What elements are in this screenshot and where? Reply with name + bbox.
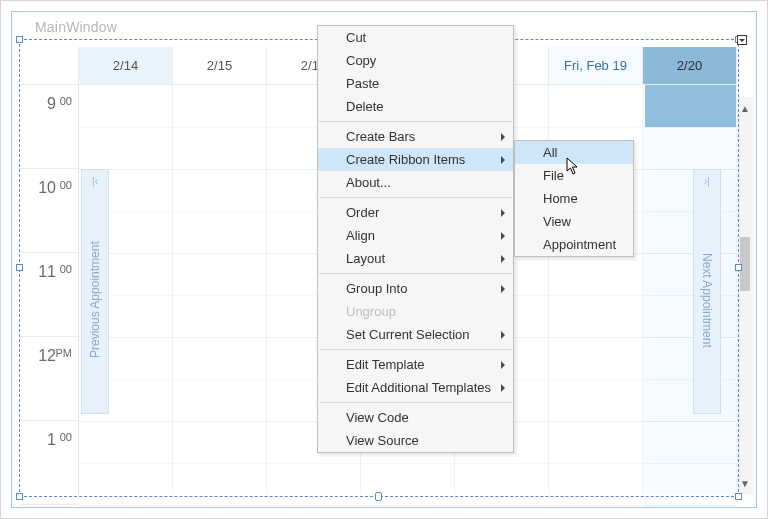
submenu-arrow-icon xyxy=(501,361,505,369)
day-header[interactable]: 2/20 xyxy=(643,47,737,84)
submenu-arrow-icon xyxy=(501,285,505,293)
window-title: MainWindow xyxy=(35,19,117,35)
grid-half-line xyxy=(643,379,736,380)
submenu-arrow-icon xyxy=(501,331,505,339)
menu-item[interactable]: Edit Additional Templates xyxy=(318,376,513,399)
grid-line xyxy=(267,505,360,506)
scroll-up-arrow-icon[interactable]: ▲ xyxy=(737,97,753,119)
time-hour: 1 xyxy=(47,431,56,449)
menu-item[interactable]: Create Ribbon Items xyxy=(318,148,513,171)
time-minutes: 00 xyxy=(60,179,72,191)
menu-item-label: View Code xyxy=(346,410,409,425)
submenu-item-label: All xyxy=(543,145,557,160)
grid-line xyxy=(643,169,736,170)
previous-appointment-label: Previous Appointment xyxy=(88,187,102,413)
grid-half-line xyxy=(173,463,266,464)
menu-item[interactable]: Cut xyxy=(318,26,513,49)
menu-item-label: Edit Additional Templates xyxy=(346,380,491,395)
menu-item[interactable]: Delete xyxy=(318,95,513,118)
day-header[interactable]: 2/15 xyxy=(173,47,267,84)
menu-item[interactable]: Order xyxy=(318,201,513,224)
menu-separator xyxy=(319,402,512,403)
menu-item-label: Create Ribbon Items xyxy=(346,152,465,167)
menu-item[interactable]: Edit Template xyxy=(318,353,513,376)
day-header[interactable]: 2/14 xyxy=(79,47,173,84)
grid-line xyxy=(173,505,266,506)
next-appointment-nav[interactable]: ›| Next Appointment xyxy=(693,169,721,414)
time-slot: 1100 xyxy=(19,253,78,337)
menu-item[interactable]: About... xyxy=(318,171,513,194)
grid-half-line xyxy=(455,463,548,464)
time-minutes: 00 xyxy=(60,263,72,275)
grid-half-line xyxy=(643,295,736,296)
menu-item-label: Create Bars xyxy=(346,129,415,144)
day-column[interactable] xyxy=(643,85,737,494)
menu-item-label: Set Current Selection xyxy=(346,327,470,342)
menu-item[interactable]: View Code xyxy=(318,406,513,429)
grid-line xyxy=(549,421,642,422)
grid-line xyxy=(643,337,736,338)
submenu-item[interactable]: Appointment xyxy=(515,233,633,256)
grid-line xyxy=(173,421,266,422)
menu-item[interactable]: Group Into xyxy=(318,277,513,300)
menu-item-label: About... xyxy=(346,175,391,190)
submenu-item[interactable]: Home xyxy=(515,187,633,210)
menu-item-label: View Source xyxy=(346,433,419,448)
day-header[interactable]: Fri, Feb 19 xyxy=(549,47,643,84)
menu-item-label: Layout xyxy=(346,251,385,266)
grid-line xyxy=(549,505,642,506)
menu-item[interactable]: Copy xyxy=(318,49,513,72)
grid-half-line xyxy=(549,295,642,296)
grid-line xyxy=(79,421,172,422)
grid-half-line xyxy=(267,463,360,464)
context-menu[interactable]: CutCopyPasteDeleteCreate BarsCreate Ribb… xyxy=(317,25,514,453)
calendar-event[interactable] xyxy=(645,85,736,127)
menu-item[interactable]: Layout xyxy=(318,247,513,270)
previous-appointment-nav[interactable]: |‹ Previous Appointment xyxy=(81,169,109,414)
time-slot: 1000 xyxy=(19,169,78,253)
grid-line xyxy=(643,253,736,254)
vertical-scrollbar[interactable]: ▲ ▼ xyxy=(737,97,753,494)
submenu-arrow-icon xyxy=(501,255,505,263)
grid-line xyxy=(173,337,266,338)
time-minutes: 00 xyxy=(60,95,72,107)
grid-half-line xyxy=(79,463,172,464)
time-slot: 12PM xyxy=(19,337,78,421)
menu-item[interactable]: View Source xyxy=(318,429,513,452)
menu-separator xyxy=(319,197,512,198)
menu-item[interactable]: Set Current Selection xyxy=(318,323,513,346)
grid-half-line xyxy=(549,463,642,464)
menu-item-label: Cut xyxy=(346,30,366,45)
smart-tag-glyph[interactable] xyxy=(737,35,747,45)
submenu-item[interactable]: All xyxy=(515,141,633,164)
submenu-item-label: Appointment xyxy=(543,237,616,252)
time-column-header xyxy=(19,47,79,84)
submenu-item[interactable]: File xyxy=(515,164,633,187)
submenu-arrow-icon xyxy=(501,209,505,217)
context-submenu[interactable]: AllFileHomeViewAppointment xyxy=(514,140,634,257)
menu-item-label: Order xyxy=(346,205,379,220)
chevron-left-icon: |‹ xyxy=(92,170,98,187)
menu-item[interactable]: Create Bars xyxy=(318,125,513,148)
time-slot: 900 xyxy=(19,85,78,169)
grid-half-line xyxy=(361,463,454,464)
submenu-arrow-icon xyxy=(501,232,505,240)
menu-item-label: Ungroup xyxy=(346,304,396,319)
time-slot: 100 xyxy=(19,421,78,505)
submenu-item[interactable]: View xyxy=(515,210,633,233)
submenu-arrow-icon xyxy=(501,384,505,392)
scroll-down-arrow-icon[interactable]: ▼ xyxy=(737,472,753,494)
time-minutes: PM xyxy=(56,347,73,359)
scroll-thumb[interactable] xyxy=(740,237,750,291)
submenu-item-label: View xyxy=(543,214,571,229)
day-column[interactable] xyxy=(173,85,267,494)
time-hour: 12 xyxy=(38,347,56,365)
menu-item[interactable]: Paste xyxy=(318,72,513,95)
grid-half-line xyxy=(79,127,172,128)
grid-line xyxy=(361,505,454,506)
menu-item[interactable]: Align xyxy=(318,224,513,247)
submenu-arrow-icon xyxy=(501,156,505,164)
time-hour: 9 xyxy=(47,95,56,113)
grid-half-line xyxy=(549,127,642,128)
grid-line xyxy=(173,253,266,254)
